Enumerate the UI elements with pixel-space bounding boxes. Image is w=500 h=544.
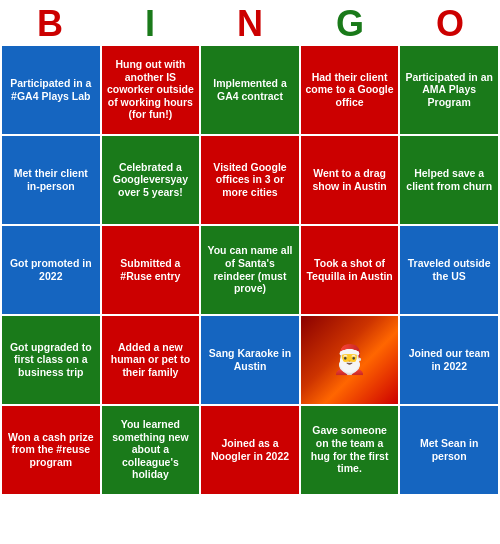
bingo-cell-18: 🎅: [301, 316, 399, 404]
bingo-letter-O: O: [400, 4, 500, 44]
bingo-cell-19: Joined our team in 2022: [400, 316, 498, 404]
bingo-cell-3: Had their client come to a Google office: [301, 46, 399, 134]
bingo-cell-11: Submitted a #Ruse entry: [102, 226, 200, 314]
bingo-cell-22: Joined as a Noogler in 2022: [201, 406, 299, 494]
bingo-cell-9: Helped save a client from churn: [400, 136, 498, 224]
bingo-cell-13: Took a shot of Tequilla in Austin: [301, 226, 399, 314]
bingo-cell-20: Won a cash prize from the #reuse program: [2, 406, 100, 494]
bingo-letter-B: B: [0, 4, 100, 44]
bingo-cell-6: Celebrated a Googleversyay over 5 years!: [102, 136, 200, 224]
bingo-cell-16: Added a new human or pet to their family: [102, 316, 200, 404]
bingo-cell-1: Hung out with another IS coworker outsid…: [102, 46, 200, 134]
bingo-cell-7: Visited Google offices in 3 or more citi…: [201, 136, 299, 224]
bingo-cell-12: You can name all of Santa's reindeer (mu…: [201, 226, 299, 314]
santa-image: 🎅: [301, 316, 399, 404]
bingo-cell-24: Met Sean in person: [400, 406, 498, 494]
bingo-cell-21: You learned something new about a collea…: [102, 406, 200, 494]
bingo-letter-I: I: [100, 4, 200, 44]
bingo-card: BINGO Participated in a #GA4 Plays LabHu…: [0, 0, 500, 496]
bingo-letter-G: G: [300, 4, 400, 44]
bingo-header: BINGO: [0, 0, 500, 46]
bingo-cell-4: Participated in an AMA Plays Program: [400, 46, 498, 134]
bingo-cell-8: Went to a drag show in Austin: [301, 136, 399, 224]
bingo-cell-10: Got promoted in 2022: [2, 226, 100, 314]
bingo-cell-15: Got upgraded to first class on a busines…: [2, 316, 100, 404]
bingo-cell-14: Traveled outside the US: [400, 226, 498, 314]
bingo-cell-23: Gave someone on the team a hug for the f…: [301, 406, 399, 494]
bingo-letter-N: N: [200, 4, 300, 44]
bingo-grid: Participated in a #GA4 Plays LabHung out…: [0, 46, 500, 496]
bingo-cell-17: Sang Karaoke in Austin: [201, 316, 299, 404]
bingo-cell-5: Met their client in-person: [2, 136, 100, 224]
bingo-cell-0: Participated in a #GA4 Plays Lab: [2, 46, 100, 134]
bingo-cell-2: Implemented a GA4 contract: [201, 46, 299, 134]
